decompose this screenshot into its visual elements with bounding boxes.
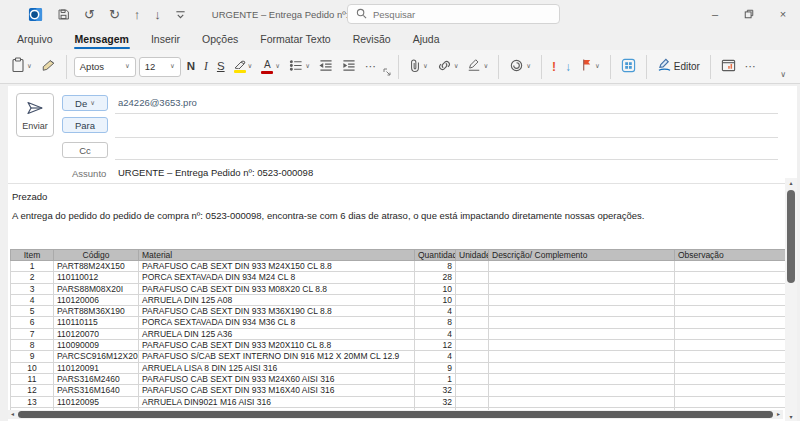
table-cell[interactable]: 1 [415,373,456,384]
table-cell[interactable]: PORCA SEXTAVADA DIN 934 M36 CL 8 [139,317,415,328]
table-cell[interactable] [456,261,489,272]
move-up-icon[interactable]: ↑ [134,8,141,21]
font-size-select[interactable]: 12 ∨ [139,57,181,77]
table-cell[interactable]: 110120095 [54,396,139,407]
table-cell[interactable]: 5 [11,306,54,317]
table-row[interactable]: 12PARS316M1640PARAFUSO CAB SEXT DIN 933 … [11,385,786,396]
signature-button[interactable]: ∨ [464,54,491,80]
table-cell[interactable] [456,306,489,317]
table-cell[interactable] [456,385,489,396]
table-cell[interactable] [489,261,675,272]
table-cell[interactable]: 110110012 [54,272,139,283]
table-row[interactable]: 1PART88M24X150PARAFUSO CAB SEXT DIN 933 … [11,261,786,272]
apps-button[interactable] [618,54,639,80]
table-cell[interactable]: 1 [11,261,54,272]
table-cell[interactable] [489,317,675,328]
table-cell[interactable] [675,328,786,339]
table-cell[interactable]: 32 [415,396,456,407]
table-cell[interactable] [489,294,675,305]
table-cell[interactable] [675,362,786,373]
table-row[interactable]: 8110090009PARAFUSO CAB SEXT DIN 933 M20X… [11,340,786,351]
table-cell[interactable] [489,396,675,407]
follow-up-flag-button[interactable]: ∨ [577,54,603,80]
table-cell[interactable] [456,351,489,362]
horizontal-scrollbar[interactable]: ◂ ▸ [8,410,783,419]
paste-button[interactable]: ∨ [8,54,35,80]
tab-revisao[interactable]: Revisão [342,28,402,50]
table-cell[interactable]: PARAFUSO CAB SEXT DIN 933 M16X40 AISI 31… [139,385,415,396]
table-cell[interactable] [675,351,786,362]
underline-button[interactable]: S [214,54,228,80]
table-cell[interactable]: 4 [415,351,456,362]
table-cell[interactable] [456,362,489,373]
table-cell[interactable]: PARS88M08X20I [54,283,139,294]
table-cell[interactable] [675,396,786,407]
collapse-ribbon-icon[interactable]: ∨ [780,70,792,79]
vertical-scrollbar[interactable]: ▴ ▾ [785,178,797,421]
format-painter-button[interactable] [38,54,59,80]
table-cell[interactable]: PARAFUSO S/CAB SEXT INTERNO DIN 916 M12 … [139,351,415,362]
table-cell[interactable] [456,396,489,407]
editor-button[interactable]: Editor [654,54,703,80]
increase-indent-button[interactable] [339,54,359,80]
search-box[interactable]: Pesquisar [347,4,560,24]
table-cell[interactable]: 13 [11,396,54,407]
table-row[interactable]: 5PART88M36X190PARAFUSO CAB SEXT DIN 933 … [11,306,786,317]
table-row[interactable]: 3PARS88M08X20IPARAFUSO CAB SEXT DIN 933 … [11,283,786,294]
table-cell[interactable]: 4 [415,328,456,339]
tab-inserir[interactable]: Inserir [140,28,191,50]
insert-link-button[interactable]: ∨ [434,54,462,80]
attach-file-button[interactable]: ∨ [406,54,431,80]
table-cell[interactable]: 8 [415,317,456,328]
more-commands-button[interactable]: ⋯ [742,54,760,80]
table-cell[interactable] [489,306,675,317]
dialog-launcher-icon[interactable] [383,62,391,80]
table-cell[interactable] [675,272,786,283]
redo-icon[interactable]: ↻ [109,8,120,21]
table-row[interactable]: 10110120091ARRUELA LISA 8 DIN 125 AISI 3… [11,362,786,373]
from-button[interactable]: De ∨ [62,95,108,111]
table-cell[interactable] [456,373,489,384]
table-cell[interactable] [489,351,675,362]
horizontal-scrollbar-thumb[interactable] [18,411,773,418]
table-cell[interactable] [489,385,675,396]
minimize-button[interactable]: – [698,0,732,28]
table-cell[interactable]: 32 [415,385,456,396]
table-cell[interactable]: 3 [11,283,54,294]
table-cell[interactable] [456,340,489,351]
table-cell[interactable] [675,294,786,305]
high-importance-button[interactable]: ! [549,54,559,80]
table-cell[interactable]: 110090009 [54,340,139,351]
table-cell[interactable] [675,385,786,396]
close-button[interactable]: × [766,0,800,28]
low-importance-button[interactable]: ↓ [562,54,574,80]
table-row[interactable]: 6110110115PORCA SEXTAVADA DIN 934 M36 CL… [11,317,786,328]
table-cell[interactable]: PARAFUSO CAB SEXT DIN 933 M20X110 CL 8.8 [139,340,415,351]
tab-arquivo[interactable]: Arquivo [6,28,64,50]
table-cell[interactable] [675,283,786,294]
more-paragraph-options-button[interactable]: ⋯ [362,54,380,80]
table-row[interactable]: 7110120070ARRUELA DIN 125 A364 [11,328,786,339]
table-cell[interactable]: 28 [415,272,456,283]
tab-opcoes[interactable]: Opções [191,28,249,50]
send-button[interactable]: Enviar [16,93,54,137]
table-row[interactable]: 11PARS316M2460PARAFUSO CAB SEXT DIN 933 … [11,373,786,384]
scroll-up-icon[interactable]: ▴ [785,179,797,186]
vertical-scrollbar-thumb[interactable] [787,190,795,283]
table-cell[interactable] [675,373,786,384]
scroll-down-icon[interactable]: ▾ [785,413,797,420]
table-cell[interactable]: 4 [11,294,54,305]
table-cell[interactable]: 6 [11,317,54,328]
table-cell[interactable]: 110120006 [54,294,139,305]
to-input[interactable] [118,118,773,134]
table-cell[interactable] [456,317,489,328]
table-cell[interactable]: PARAFUSO CAB SEXT DIN 933 M24X150 CL 8.8 [139,261,415,272]
table-cell[interactable]: 7 [11,328,54,339]
undo-icon[interactable]: ↺ [84,8,95,21]
table-row[interactable]: 4110120006ARRUELA DIN 125 A0810 [11,294,786,305]
font-color-button[interactable]: A ∨ [258,54,283,80]
table-cell[interactable]: 11 [11,373,54,384]
table-cell[interactable] [675,261,786,272]
table-cell[interactable] [489,373,675,384]
table-cell[interactable]: 110110115 [54,317,139,328]
